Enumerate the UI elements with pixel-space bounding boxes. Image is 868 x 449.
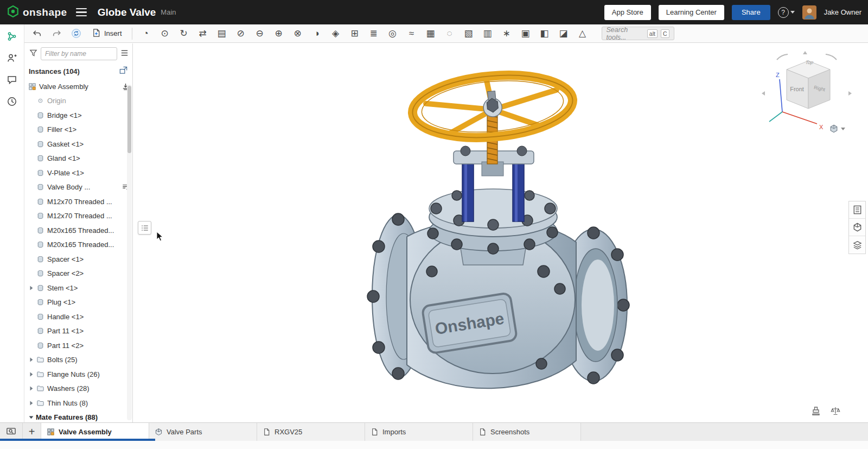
exploded-view-icon[interactable]: ∗ [499, 26, 515, 41]
tree-item-handle-1[interactable]: Handle <1> [24, 309, 132, 324]
learning-center-button[interactable]: Learning Center [659, 5, 724, 20]
chevron-down-icon[interactable] [27, 413, 36, 422]
toolbar-icons: ◔⊙↻⇄▤⊘⊖⊕⊗◑◈⊞≣◎≈▦◌▧▥∗▣◧◪△ [138, 26, 591, 41]
filter-funnel-icon[interactable] [29, 48, 38, 60]
screw-relation-icon[interactable]: ≈ [404, 26, 420, 41]
panel-toggle-button[interactable] [138, 221, 151, 235]
tree-item-flange-nuts-26[interactable]: Flange Nuts (26) [24, 367, 132, 382]
tree-item-bridge-1[interactable]: Bridge <1> [24, 108, 132, 123]
tree-item-label: Washers (28) [47, 384, 90, 393]
chevron-right-icon[interactable] [27, 370, 36, 378]
viewcube-rotate-left-arrow[interactable] [777, 54, 788, 60]
mate-relation-icon[interactable]: ≣ [366, 26, 382, 41]
collaborators-icon[interactable] [4, 50, 20, 66]
avatar[interactable] [802, 5, 816, 20]
slider-mate-icon[interactable]: ⇄ [195, 26, 211, 41]
update-sync-icon[interactable] [68, 26, 84, 41]
onshape-logo[interactable]: onshape [7, 5, 67, 20]
tree-item-spacer-2[interactable]: Spacer <2> [24, 267, 132, 281]
workspace-name[interactable]: Main [161, 8, 176, 16]
graphics-canvas[interactable]: Onshape Top Front Right [133, 43, 868, 422]
insert-button[interactable]: Insert [87, 26, 126, 41]
help-menu[interactable]: ? [778, 7, 795, 18]
tree-item-spacer-1[interactable]: Spacer <1> [24, 252, 132, 267]
stamp-icon[interactable] [810, 406, 821, 418]
chevron-right-icon[interactable] [27, 384, 36, 393]
appearance-panel-icon[interactable] [849, 236, 865, 254]
standard-content-icon[interactable]: ▥ [480, 26, 496, 41]
chevron-right-icon[interactable] [27, 356, 36, 364]
tab-valve-parts[interactable]: Valve Parts [149, 423, 257, 441]
section-view-icon[interactable]: ◪ [556, 26, 572, 41]
list-options-icon[interactable] [120, 48, 129, 60]
named-views-icon[interactable]: ◔ [138, 26, 154, 41]
tree-item-gland-1[interactable]: Gland <1> [24, 151, 132, 166]
app-store-button[interactable]: App Store [604, 5, 651, 20]
main-menu-icon[interactable] [76, 5, 90, 20]
planar-mate-icon[interactable]: ▤ [214, 26, 230, 41]
versions-icon[interactable] [4, 29, 20, 44]
tree-item-thin-nuts-8[interactable]: Thin Nuts (8) [24, 396, 132, 410]
share-button[interactable]: Share [732, 5, 770, 20]
tree-item-gasket-1[interactable]: Gasket <1> [24, 137, 132, 151]
linear-pattern-icon[interactable]: ▦ [423, 26, 439, 41]
tree-item-plug-1[interactable]: Plug <1> [24, 295, 132, 310]
group-icon[interactable]: ⊞ [347, 26, 363, 41]
tree-scrollbar-thumb[interactable] [127, 86, 131, 153]
viewcube-up-arrow[interactable] [803, 51, 807, 54]
pin-slot-mate-icon[interactable]: ⊖ [252, 26, 268, 41]
tree-item-m20x165-threaded[interactable]: M20x165 Threaded... [24, 223, 132, 238]
tree-scrollbar[interactable] [127, 85, 132, 420]
measure-icon[interactable]: △ [575, 26, 591, 41]
revolute-mate-icon[interactable]: ↻ [176, 26, 192, 41]
viewcube-rotate-right-arrow[interactable] [826, 54, 837, 60]
chevron-spacer [27, 298, 36, 307]
tree-item-part-11-1[interactable]: Part 11 <1> [24, 324, 132, 339]
tree-item-valve-assembly[interactable]: Valve Assembly [24, 79, 132, 94]
parallel-mate-icon[interactable]: ⊗ [290, 26, 306, 41]
undo-icon[interactable] [29, 26, 45, 41]
circular-pattern-icon[interactable]: ◌ [442, 26, 458, 41]
ball-mate-icon[interactable]: ⊕ [271, 26, 287, 41]
mate-connector-icon[interactable]: ◈ [328, 26, 344, 41]
search-tools-input[interactable]: Search tools... alt C [602, 27, 674, 40]
tab-imports[interactable]: Imports [365, 423, 473, 441]
bom-panel-icon[interactable] [849, 201, 865, 219]
tree-item-m12x70-threaded[interactable]: M12x70 Threaded ... [24, 209, 132, 224]
replicate-icon[interactable]: ▧ [461, 26, 477, 41]
tree-item-valve-body[interactable]: Valve Body ... [24, 180, 132, 195]
chevron-right-icon[interactable] [27, 283, 36, 292]
view-options-menu[interactable] [829, 124, 845, 134]
tree-item-m20x165-threaded[interactable]: M20x165 Threaded... [24, 238, 132, 252]
globe-valve-model[interactable]: Onshape [350, 46, 633, 415]
viewcube-left-arrow[interactable] [762, 91, 765, 96]
tab-screenshots[interactable]: Screenshots [473, 423, 581, 441]
tangent-mate-icon[interactable]: ◑ [309, 26, 325, 41]
tree-item-stem-1[interactable]: Stem <1> [24, 281, 132, 295]
scale-icon[interactable] [830, 406, 841, 418]
part-icon [36, 226, 45, 235]
tree-item-v-plate-1[interactable]: V-Plate <1> [24, 166, 132, 180]
gear-relation-icon[interactable]: ◎ [385, 26, 401, 41]
tree-item-mate-features-88[interactable]: Mate Features (88) [24, 410, 132, 423]
tree-item-part-11-2[interactable]: Part 11 <2> [24, 338, 132, 353]
tree-item-bolts-25[interactable]: Bolts (25) [24, 353, 132, 368]
insert-into-icon[interactable] [119, 66, 128, 77]
tree-item-washers-28[interactable]: Washers (28) [24, 382, 132, 396]
snapshot-icon[interactable]: ▣ [518, 26, 534, 41]
user-name[interactable]: Jake Owner [824, 8, 861, 16]
tree-item-origin[interactable]: Origin [24, 94, 132, 109]
chevron-right-icon[interactable] [27, 399, 36, 407]
filter-input[interactable] [41, 47, 117, 60]
model-panel-icon[interactable] [849, 219, 865, 236]
tree-item-m12x70-threaded[interactable]: M12x70 Threaded ... [24, 194, 132, 209]
viewcube-right-arrow[interactable] [848, 91, 852, 96]
cylindrical-mate-icon[interactable]: ⊘ [233, 26, 249, 41]
redo-icon[interactable] [48, 26, 65, 41]
fastened-mate-icon[interactable]: ⊙ [157, 26, 173, 41]
history-icon[interactable] [4, 94, 20, 109]
comments-icon[interactable] [4, 72, 20, 87]
display-states-icon[interactable]: ◧ [537, 26, 553, 41]
tab-rxgv25[interactable]: RXGV25 [257, 423, 365, 441]
tree-item-filler-1[interactable]: Filler <1> [24, 123, 132, 137]
